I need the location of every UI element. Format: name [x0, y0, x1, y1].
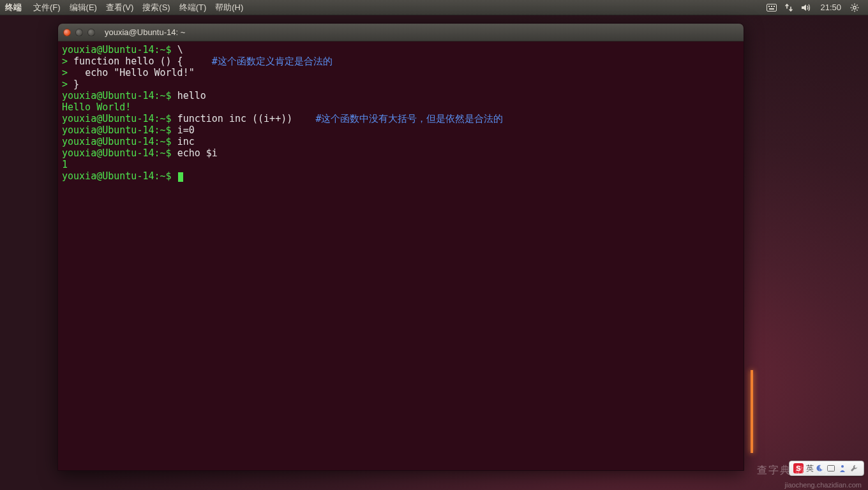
- prompt: youxia@Ubuntu-14:~$: [62, 147, 177, 159]
- command-text: }: [73, 78, 79, 90]
- prompt: youxia@Ubuntu-14:~$: [62, 170, 177, 182]
- menu-search[interactable]: 搜索(S): [142, 2, 170, 13]
- person-icon[interactable]: [838, 464, 847, 473]
- gear-icon[interactable]: [850, 3, 859, 12]
- svg-line-13: [851, 10, 852, 10]
- menu-help[interactable]: 帮助(H): [215, 2, 243, 13]
- svg-line-11: [857, 10, 857, 10]
- terminal-body[interactable]: youxia@Ubuntu-14:~$ \ > function hello (…: [58, 41, 744, 470]
- minimize-icon[interactable]: [75, 29, 83, 36]
- prompt: youxia@Ubuntu-14:~$: [62, 113, 177, 124]
- prompt: youxia@Ubuntu-14:~$: [62, 44, 177, 56]
- menu-file[interactable]: 文件(F): [33, 2, 61, 13]
- network-icon[interactable]: [784, 3, 793, 12]
- app-name: 终端: [5, 2, 22, 13]
- output-text: Hello World!: [62, 101, 131, 113]
- command-text: function inc ((i++)): [177, 113, 316, 124]
- volume-icon[interactable]: [801, 3, 811, 12]
- svg-line-12: [857, 4, 857, 5]
- command-text: echo "Hello World!": [85, 67, 195, 78]
- keyboard-icon[interactable]: [767, 4, 777, 11]
- output-text: 1: [62, 159, 68, 170]
- command-text: inc: [177, 136, 195, 147]
- command-text: i=0: [177, 124, 195, 136]
- svg-rect-1: [768, 6, 770, 7]
- wrench-icon[interactable]: [849, 464, 858, 473]
- edge-glow: [751, 370, 753, 453]
- svg-point-15: [841, 465, 844, 468]
- command-text: echo $i: [177, 147, 218, 159]
- svg-rect-3: [774, 6, 775, 7]
- prompt: youxia@Ubuntu-14:~$: [62, 124, 177, 136]
- svg-line-10: [851, 4, 852, 5]
- svg-rect-2: [771, 6, 772, 7]
- continuation-prompt: >: [62, 67, 85, 78]
- maximize-icon[interactable]: [87, 29, 95, 36]
- cursor: [178, 172, 183, 182]
- close-icon[interactable]: [63, 29, 71, 36]
- svg-rect-0: [767, 4, 777, 11]
- command-text: function hello () {: [73, 56, 212, 67]
- comment-text: #这个函数定义肯定是合法的: [212, 56, 333, 67]
- menu-terminal[interactable]: 终端(T): [179, 2, 207, 13]
- window-title: youxia@Ubuntu-14: ~: [105, 27, 185, 37]
- terminal-window: youxia@Ubuntu-14: ~ youxia@Ubuntu-14:~$ …: [57, 23, 744, 471]
- continuation-prompt: >: [62, 56, 73, 67]
- prompt: youxia@Ubuntu-14:~$: [62, 90, 177, 101]
- titlebar[interactable]: youxia@Ubuntu-14: ~: [58, 24, 744, 41]
- comment-text: #这个函数中没有大括号，但是依然是合法的: [315, 113, 503, 124]
- clock[interactable]: 21:50: [820, 3, 841, 12]
- command-text: \: [177, 44, 183, 56]
- continuation-prompt: >: [62, 78, 73, 90]
- menubar: 终端 文件(F) 编辑(E) 查看(V) 搜索(S) 终端(T) 帮助(H) 2…: [0, 0, 868, 15]
- watermark-text: 查字典 教程网: [757, 464, 830, 477]
- prompt: youxia@Ubuntu-14:~$: [62, 136, 177, 147]
- svg-point-5: [853, 6, 856, 8]
- menu-view[interactable]: 查看(V): [106, 2, 133, 13]
- menu-edit[interactable]: 编辑(E): [70, 2, 97, 13]
- command-text: hello: [177, 90, 206, 101]
- svg-rect-4: [769, 8, 774, 10]
- watermark-url: jiaocheng.chazidian.com: [785, 481, 862, 489]
